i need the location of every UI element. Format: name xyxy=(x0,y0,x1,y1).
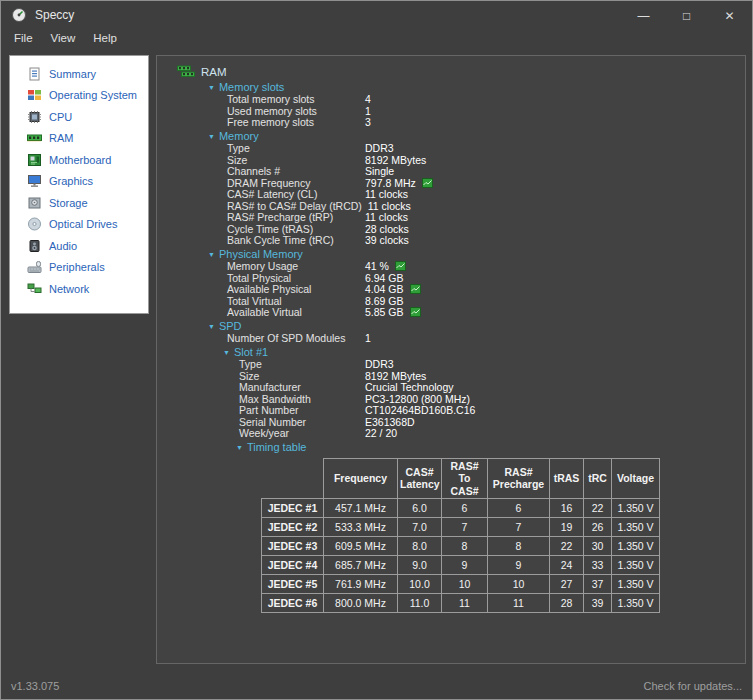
timing-col-header xyxy=(262,458,324,499)
timing-cell: 1.350 V xyxy=(612,556,660,575)
field-value: 28 clocks xyxy=(365,223,409,235)
timing-col-header: Voltage xyxy=(612,458,660,499)
info-row: Total Physical6.94 GB xyxy=(177,272,745,284)
sidebar-item-cpu[interactable]: CPU xyxy=(10,106,148,128)
sidebar-item-motherboard[interactable]: Motherboard xyxy=(10,149,148,171)
titlebar: Speccy — □ ✕ xyxy=(1,1,752,29)
field-value: 8.69 GB xyxy=(365,295,404,307)
field-value: DDR3 xyxy=(365,358,394,370)
section-header[interactable]: ▼Physical Memory xyxy=(177,248,745,261)
sidebar-item-peripherals[interactable]: Peripherals xyxy=(10,257,148,279)
timing-row-header: JEDEC #5 xyxy=(262,575,324,594)
menu-file[interactable]: File xyxy=(5,30,42,46)
content-lines: ▼Memory slotsTotal memory slots4Used mem… xyxy=(177,81,745,454)
sidebar-item-network[interactable]: Network xyxy=(10,278,148,300)
timing-cell: 8 xyxy=(488,537,550,556)
page-title-label: RAM xyxy=(201,66,227,78)
timing-cell: 27 xyxy=(550,575,584,594)
menu-help[interactable]: Help xyxy=(84,30,126,46)
field-label: Memory Usage xyxy=(227,260,365,272)
timing-row: JEDEC #2533.3 MHz7.07719261.350 V xyxy=(262,518,660,537)
sidebar-item-ram[interactable]: RAM xyxy=(10,128,148,150)
field-label: Available Physical xyxy=(227,283,365,295)
timing-cell: 1.350 V xyxy=(612,575,660,594)
sidebar-item-storage[interactable]: Storage xyxy=(10,192,148,214)
menubar: File View Help xyxy=(1,29,752,47)
field-label: Serial Number xyxy=(239,416,365,428)
field-label: Cycle Time (tRAS) xyxy=(227,223,365,235)
collapse-arrow-icon: ▼ xyxy=(223,349,230,356)
maximize-button[interactable]: □ xyxy=(665,2,708,29)
network-icon xyxy=(27,282,42,296)
timing-cell: 761.9 MHz xyxy=(324,575,398,594)
peripherals-icon xyxy=(27,260,42,274)
timing-cell: 9 xyxy=(488,556,550,575)
os-icon xyxy=(27,88,42,102)
field-value: 4.04 GB xyxy=(365,283,404,295)
sidebar-list: SummaryOperating SystemCPURAMMotherboard… xyxy=(10,63,148,300)
collapse-arrow-icon: ▼ xyxy=(208,323,215,330)
section-header[interactable]: ▼Memory xyxy=(177,130,745,143)
timing-col-header: RAS# Precharge xyxy=(488,458,550,499)
timing-cell: 1.350 V xyxy=(612,499,660,518)
timing-cell: 457.1 MHz xyxy=(324,499,398,518)
motherboard-icon xyxy=(27,153,42,167)
timing-cell: 22 xyxy=(550,537,584,556)
timing-cell: 11 xyxy=(488,594,550,613)
timing-row-header: JEDEC #1 xyxy=(262,499,324,518)
timing-row: JEDEC #5761.9 MHz10.0101027371.350 V xyxy=(262,575,660,594)
timing-cell: 10 xyxy=(442,575,488,594)
sidebar-item-graphics[interactable]: Graphics xyxy=(10,171,148,193)
field-label: Type xyxy=(227,142,365,154)
collapse-arrow-icon: ▼ xyxy=(208,133,215,140)
sidebar-item-audio[interactable]: Audio xyxy=(10,235,148,257)
check-updates-link[interactable]: Check for updates... xyxy=(644,680,742,692)
sidebar-item-label: Graphics xyxy=(49,175,93,187)
timing-cell: 8 xyxy=(442,537,488,556)
field-label: Part Number xyxy=(239,404,365,416)
sidebar-item-summary[interactable]: Summary xyxy=(10,63,148,85)
timing-cell: 22 xyxy=(584,499,612,518)
field-label: RAS# to CAS# Delay (tRCD) xyxy=(227,200,368,212)
info-row: ManufacturerCrucial Technology xyxy=(177,382,745,394)
timing-cell: 1.350 V xyxy=(612,594,660,613)
sidebar-item-label: Optical Drives xyxy=(49,218,117,230)
activity-indicator-icon xyxy=(422,178,433,188)
sidebar-item-optical-drives[interactable]: Optical Drives xyxy=(10,214,148,236)
timing-col-header: tRAS xyxy=(550,458,584,499)
timing-cell: 10 xyxy=(488,575,550,594)
section-header[interactable]: ▼Memory slots xyxy=(177,81,745,94)
info-row: Channels #Single xyxy=(177,166,745,178)
field-value: 8192 MBytes xyxy=(365,370,426,382)
section-header[interactable]: ▼Timing table xyxy=(177,441,745,454)
timing-cell: 533.3 MHz xyxy=(324,518,398,537)
minimize-button[interactable]: — xyxy=(622,2,665,29)
statusbar: v1.33.075 Check for updates... xyxy=(1,673,752,699)
section-header[interactable]: ▼SPD xyxy=(177,320,745,333)
field-value: E361368D xyxy=(365,416,415,428)
info-row: TypeDDR3 xyxy=(177,143,745,155)
timing-cell: 10.0 xyxy=(398,575,442,594)
field-label: CAS# Latency (CL) xyxy=(227,188,365,200)
page-title: RAM xyxy=(177,64,745,79)
field-value: 11 clocks xyxy=(365,188,408,200)
collapse-arrow-icon: ▼ xyxy=(236,444,243,451)
field-label: Used memory slots xyxy=(227,105,365,117)
menu-view[interactable]: View xyxy=(42,30,85,46)
timing-cell: 19 xyxy=(550,518,584,537)
timing-cell: 7.0 xyxy=(398,518,442,537)
timing-row-header: JEDEC #6 xyxy=(262,594,324,613)
field-label: Type xyxy=(239,358,365,370)
section-header[interactable]: ▼Slot #1 xyxy=(177,346,745,359)
field-value: 41 % xyxy=(365,260,389,272)
close-button[interactable]: ✕ xyxy=(708,2,751,29)
activity-indicator-icon xyxy=(395,261,406,271)
timing-cell: 1.350 V xyxy=(612,518,660,537)
graphics-icon xyxy=(27,174,42,188)
info-row: Used memory slots1 xyxy=(177,105,745,117)
speccy-app-icon xyxy=(11,7,27,23)
info-row: RAS# to CAS# Delay (tRCD)11 clocks xyxy=(177,200,745,212)
sidebar-item-operating-system[interactable]: Operating System xyxy=(10,85,148,107)
info-row: Week/year22 / 20 xyxy=(177,428,745,440)
timing-row-header: JEDEC #4 xyxy=(262,556,324,575)
